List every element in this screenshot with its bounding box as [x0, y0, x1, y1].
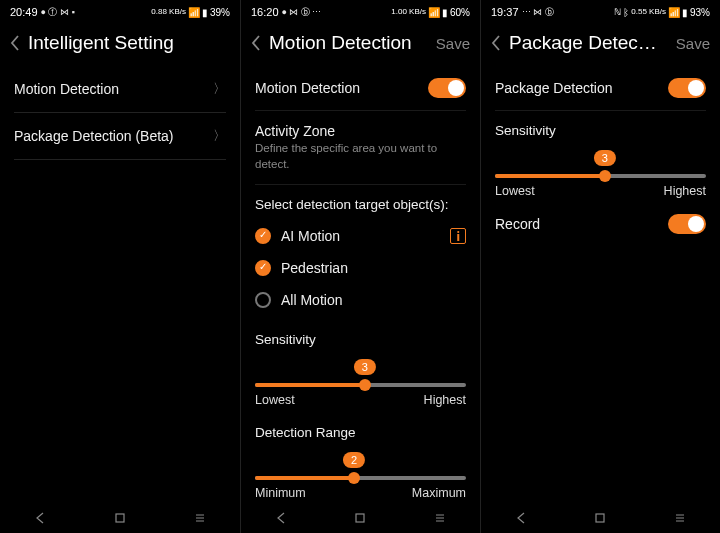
activity-zone-row[interactable]: Activity Zone	[255, 111, 466, 141]
radio-checked-icon	[255, 228, 271, 244]
signal-icon: 📶	[668, 7, 680, 18]
detection-range-slider[interactable]: 2 MinimumMaximum	[255, 448, 466, 503]
nav-home-icon[interactable]	[593, 511, 607, 525]
slider-fill	[495, 174, 605, 178]
status-bar: 19:37 ⋯ ⋈ ⓑ ℕ ᛒ 0.55 KB/s 📶 ▮ 93%	[481, 0, 720, 22]
option-pedestrian[interactable]: Pedestrian	[255, 252, 466, 284]
save-button[interactable]: Save	[670, 35, 710, 52]
list-item-label: Package Detection (Beta)	[14, 128, 174, 144]
option-all-motion[interactable]: All Motion	[255, 284, 466, 320]
nav-motion-detection[interactable]: Motion Detection 〉	[14, 66, 226, 113]
slider-value: 3	[354, 359, 376, 375]
option-ai-motion[interactable]: AI Motion	[255, 220, 466, 252]
battery-icon: ▮	[682, 7, 688, 18]
back-icon[interactable]	[251, 35, 261, 51]
back-icon[interactable]	[491, 35, 501, 51]
record-toggle-row: Record	[495, 212, 706, 246]
chevron-right-icon: 〉	[213, 127, 226, 145]
sensitivity-label: Sensitivity	[495, 111, 706, 146]
option-label: All Motion	[281, 292, 342, 308]
radio-checked-icon	[255, 260, 271, 276]
slider-max-label: Maximum	[412, 486, 466, 500]
screen-package-detection: 19:37 ⋯ ⋈ ⓑ ℕ ᛒ 0.55 KB/s 📶 ▮ 93% Packag…	[480, 0, 720, 533]
android-navbar	[0, 503, 240, 533]
nfc-icon: ℕ	[614, 7, 621, 17]
nav-package-detection[interactable]: Package Detection (Beta) 〉	[14, 113, 226, 160]
status-icons-left: ● ⋈ ⓑ ⋯	[282, 6, 322, 19]
status-time: 19:37	[491, 6, 519, 18]
detection-range-label: Detection Range	[255, 421, 466, 448]
toggle-label: Package Detection	[495, 80, 613, 96]
page-title: Package Detection (…	[509, 32, 662, 54]
nav-home-icon[interactable]	[113, 511, 127, 525]
status-time: 20:49	[10, 6, 38, 18]
motion-detection-toggle[interactable]	[428, 78, 466, 98]
list-item-label: Motion Detection	[14, 81, 119, 97]
nav-back-icon[interactable]	[33, 511, 47, 525]
package-detection-toggle-row: Package Detection	[495, 66, 706, 111]
slider-value: 3	[594, 150, 616, 166]
toggle-label: Motion Detection	[255, 80, 360, 96]
header: Package Detection (… Save	[481, 22, 720, 66]
svg-rect-0	[116, 514, 124, 522]
status-time: 16:20	[251, 6, 279, 18]
activity-zone-label: Activity Zone	[255, 123, 335, 139]
android-navbar	[481, 503, 720, 533]
bluetooth-icon: ᛒ	[623, 7, 629, 18]
battery-icon: ▮	[202, 7, 208, 18]
status-net: 0.55 KB/s	[631, 8, 666, 15]
chevron-right-icon: 〉	[213, 80, 226, 98]
content: Package Detection Sensitivity 3 LowestHi…	[481, 66, 720, 503]
slider-thumb[interactable]	[348, 472, 360, 484]
record-toggle[interactable]	[668, 214, 706, 234]
nav-back-icon[interactable]	[514, 511, 528, 525]
package-detection-toggle[interactable]	[668, 78, 706, 98]
status-bar: 16:20 ● ⋈ ⓑ ⋯ 1.00 KB/s 📶 ▮ 60%	[241, 0, 480, 22]
screen-motion-detection: 16:20 ● ⋈ ⓑ ⋯ 1.00 KB/s 📶 ▮ 60% Motion D…	[240, 0, 480, 533]
status-net: 0.88 KB/s	[151, 8, 186, 15]
slider-max-label: Highest	[424, 393, 466, 407]
nav-home-icon[interactable]	[353, 511, 367, 525]
slider-thumb[interactable]	[359, 379, 371, 391]
battery-icon: ▮	[442, 7, 448, 18]
header: Motion Detection Save	[241, 22, 480, 66]
android-navbar	[241, 503, 480, 533]
slider-max-label: Highest	[664, 184, 706, 198]
option-label: AI Motion	[281, 228, 340, 244]
slider-fill	[255, 383, 365, 387]
status-battery: 93%	[690, 7, 710, 18]
status-icons-left: ⋯ ⋈ ⓑ	[522, 6, 554, 19]
toggle-label: Record	[495, 216, 540, 232]
status-bar: 20:49 ● ⓕ ⋈ ▪ 0.88 KB/s 📶 ▮ 39%	[0, 0, 240, 22]
info-icon[interactable]	[450, 228, 466, 244]
nav-recent-icon[interactable]	[433, 511, 447, 525]
option-label: Pedestrian	[281, 260, 348, 276]
slider-min-label: Minimum	[255, 486, 306, 500]
signal-icon: 📶	[188, 7, 200, 18]
page-title: Motion Detection	[269, 32, 422, 54]
content: Motion Detection 〉 Package Detection (Be…	[0, 66, 240, 503]
screen-intelligent-setting: 20:49 ● ⓕ ⋈ ▪ 0.88 KB/s 📶 ▮ 39% Intellig…	[0, 0, 240, 533]
status-battery: 60%	[450, 7, 470, 18]
slider-min-label: Lowest	[255, 393, 295, 407]
status-battery: 39%	[210, 7, 230, 18]
slider-min-label: Lowest	[495, 184, 535, 198]
save-button[interactable]: Save	[430, 35, 470, 52]
status-net: 1.00 KB/s	[391, 8, 426, 15]
nav-back-icon[interactable]	[274, 511, 288, 525]
svg-rect-1	[356, 514, 364, 522]
page-title: Intelligent Setting	[28, 32, 230, 54]
slider-value: 2	[343, 452, 365, 468]
sensitivity-slider[interactable]: 3 LowestHighest	[255, 355, 466, 421]
back-icon[interactable]	[10, 35, 20, 51]
nav-recent-icon[interactable]	[193, 511, 207, 525]
signal-icon: 📶	[428, 7, 440, 18]
slider-thumb[interactable]	[599, 170, 611, 182]
select-target-label: Select detection target object(s):	[255, 185, 466, 220]
header: Intelligent Setting	[0, 22, 240, 66]
content: Motion Detection Activity Zone Define th…	[241, 66, 480, 503]
sensitivity-slider[interactable]: 3 LowestHighest	[495, 146, 706, 212]
slider-fill	[255, 476, 354, 480]
sensitivity-label: Sensitivity	[255, 320, 466, 355]
nav-recent-icon[interactable]	[673, 511, 687, 525]
